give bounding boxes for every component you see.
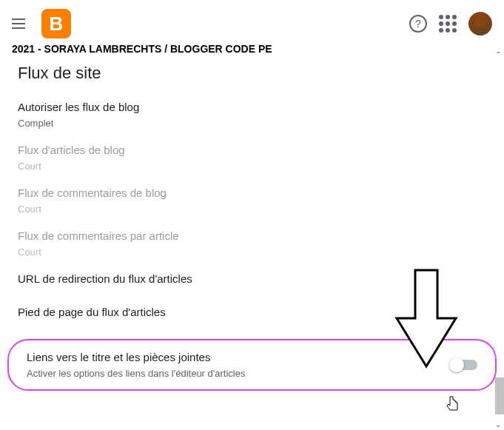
setting-label: Flux d'articles de blog	[18, 144, 486, 156]
header-actions: ?	[409, 12, 492, 36]
setting-label: Flux de commentaires par article	[18, 229, 486, 242]
hamburger-menu-icon[interactable]	[12, 15, 30, 33]
setting-value: Complet	[18, 118, 486, 129]
blogger-logo[interactable]: B	[41, 9, 71, 38]
section-title: Flux de site	[18, 64, 486, 83]
setting-feed-footer[interactable]: Pied de page du flux d'articles	[18, 306, 486, 318]
setting-redirect-url[interactable]: URL de redirection du flux d'articles	[18, 272, 486, 285]
toggle-switch[interactable]	[451, 360, 477, 370]
setting-comment-feed[interactable]: Flux de commentaires de blog Court	[18, 187, 486, 215]
help-icon[interactable]: ?	[409, 15, 427, 33]
avatar[interactable]	[468, 12, 492, 36]
setting-value: Court	[18, 246, 486, 258]
setting-article-feed[interactable]: Flux d'articles de blog Court	[18, 144, 486, 172]
setting-comment-per-article[interactable]: Flux de commentaires par article Court	[18, 229, 486, 258]
setting-value: Court	[18, 204, 486, 215]
scroll-down-icon[interactable]: ⌄	[495, 420, 501, 429]
scrollbar-thumb[interactable]	[495, 377, 504, 414]
setting-value: Court	[18, 161, 486, 172]
settings-content: Flux de site Autoriser les flux de blog …	[0, 64, 504, 391]
setting-label: Flux de commentaires de blog	[18, 187, 486, 199]
setting-allow-blog-feed[interactable]: Autoriser les flux de blog Complet	[18, 101, 486, 129]
setting-label: Liens vers le titre et les pièces jointe…	[27, 351, 451, 363]
apps-grid-icon[interactable]	[439, 15, 457, 33]
scroll-up-icon[interactable]: ⌃	[495, 50, 501, 58]
setting-label: Autoriser les flux de blog	[18, 101, 486, 113]
app-header: B ?	[0, 0, 504, 47]
setting-description: Activer les options des liens dans l'édi…	[27, 368, 451, 379]
logo-letter: B	[50, 13, 64, 36]
setting-title-links[interactable]: Liens vers le titre et les pièces jointe…	[7, 339, 497, 391]
cursor-pointer-icon	[446, 395, 460, 417]
watermark-text: 2021 - SORAYA LAMBRECHTS / BLOGGER CODE …	[0, 43, 504, 55]
